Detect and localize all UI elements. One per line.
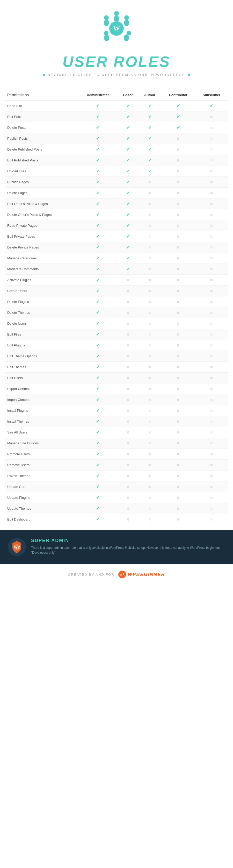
check-icon: ✔ [96,485,99,489]
table-row: Edit Theme Options✔✖✖✖✖ [5,351,228,362]
check-icon: ✔ [96,506,99,511]
permissions-table: Permissions Administrator Editor Author … [5,90,228,525]
cross-icon: ✖ [148,278,151,282]
cell-author: ✖ [138,209,161,220]
permission-label: Read Site [5,100,78,112]
cell-admin: ✔ [78,405,118,416]
cross-icon: ✖ [176,180,180,184]
cell-editor: ✔ [118,166,138,177]
cell-contributor: ✖ [161,449,195,460]
table-row: Delete Plugins✔✖✖✖✖ [5,297,228,307]
cross-icon: ✖ [176,506,180,511]
permission-label: Edit Private Pages [5,231,78,242]
permission-label: Edit Posts [5,112,78,122]
cell-author: ✔ [138,144,161,155]
cell-author: ✖ [138,405,161,416]
cell-author: ✖ [138,253,161,264]
cell-editor: ✔ [118,100,138,112]
check-icon: ✔ [96,191,99,195]
check-icon: ✔ [126,267,130,271]
permission-label: Edit Files [5,329,78,340]
cross-icon: ✖ [210,126,213,130]
permission-label: Delete Themes [5,307,78,318]
permission-label: Delete Users [5,318,78,329]
cross-icon: ✖ [210,245,213,250]
check-icon: ✔ [96,310,99,315]
cell-contributor: ✖ [161,198,195,209]
cross-icon: ✖ [210,485,213,489]
cell-admin: ✔ [78,177,118,188]
cell-admin: ✔ [78,438,118,449]
cell-contributor: ✖ [161,307,195,318]
cross-icon: ✖ [148,300,151,304]
cross-icon: ✖ [176,267,180,271]
cell-author: ✔ [138,112,161,122]
table-row: Edit Other's Posts & Pages✔✔✖✖✖ [5,198,228,209]
cross-icon: ✖ [176,496,180,500]
cell-contributor: ✖ [161,503,195,514]
cross-icon: ✖ [176,158,180,162]
cross-icon: ✖ [176,474,180,478]
cross-icon: ✖ [148,245,151,250]
cross-icon: ✖ [210,343,213,347]
cell-contributor: ✖ [161,188,195,198]
check-icon: ✔ [126,158,130,162]
cross-icon: ✖ [176,202,180,206]
cell-subscriber: ✖ [195,449,228,460]
cross-icon: ✖ [148,343,151,347]
cross-icon: ✖ [176,376,180,380]
cross-icon: ✖ [176,430,180,435]
cell-editor: ✔ [118,242,138,253]
cell-contributor: ✖ [161,297,195,307]
svg-point-5 [124,20,129,26]
cross-icon: ✖ [210,289,213,293]
check-icon: ✔ [96,147,99,152]
cross-icon: ✖ [148,485,151,489]
cross-icon: ✖ [176,420,180,424]
check-icon: ✔ [96,256,99,260]
cell-admin: ✔ [78,373,118,383]
cell-subscriber: ✖ [195,383,228,394]
cell-author: ✖ [138,482,161,492]
check-icon: ✔ [126,169,130,173]
check-icon: ✔ [96,169,99,173]
cell-subscriber: ✖ [195,198,228,209]
permission-label: Manage Site Options [5,438,78,449]
cell-editor: ✖ [118,460,138,470]
cell-admin: ✔ [78,209,118,220]
permission-label: Edit Plugins [5,340,78,351]
svg-text:W: W [113,25,120,32]
cross-icon: ✖ [210,333,213,337]
cell-contributor: ✖ [161,470,195,482]
cell-author: ✖ [138,340,161,351]
table-row: Manage Categories✔✔✖✖✖ [5,253,228,264]
check-icon: ✔ [96,234,99,239]
cross-icon: ✖ [176,256,180,260]
cell-subscriber: ✖ [195,231,228,242]
cell-contributor: ✖ [161,318,195,329]
svg-text:WP: WP [14,546,20,549]
cross-icon: ✖ [148,267,151,271]
cross-icon: ✖ [176,409,180,413]
cross-icon: ✖ [126,398,129,402]
cross-icon: ✖ [176,169,180,173]
cell-subscriber: ✖ [195,122,228,133]
cell-contributor: ✖ [161,220,195,231]
cross-icon: ✖ [148,430,151,435]
permission-label: Remove Users [5,460,78,470]
permission-label: Moderate Comments [5,264,78,275]
table-row: Manage Site Options✔✖✖✖✖ [5,438,228,449]
permission-label: Upload Files [5,166,78,177]
table-row: Publish Pages✔✔✖✖✖ [5,177,228,188]
table-row: See All Users✔✖✖✖✖ [5,427,228,438]
cell-author: ✖ [138,492,161,503]
table-row: Delete Users✔✖✖✖✖ [5,318,228,329]
cross-icon: ✖ [148,409,151,413]
check-icon: ✔ [96,419,99,424]
cell-admin: ✔ [78,318,118,329]
cell-admin: ✔ [78,100,118,112]
page-title: USER ROLES [5,53,228,70]
cross-icon: ✖ [148,376,151,380]
cross-icon: ✖ [176,311,180,315]
check-icon: ✔ [96,343,99,347]
